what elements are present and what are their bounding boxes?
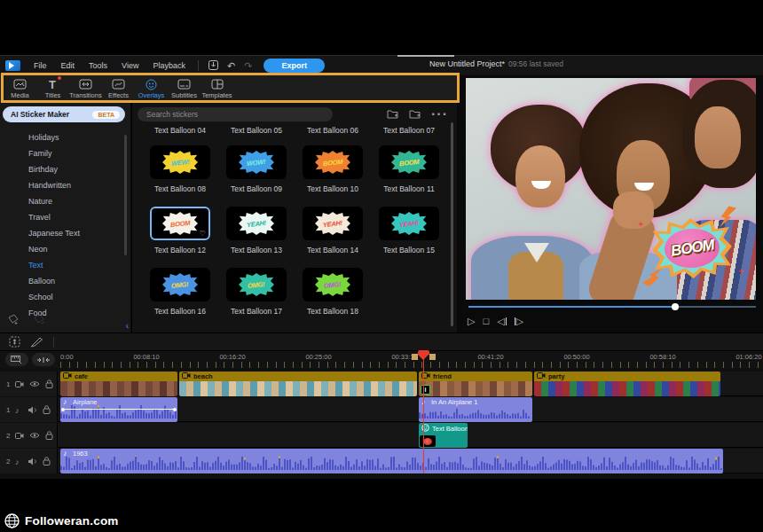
tab-subtitles[interactable]: Subtitles (168, 74, 201, 103)
collapse-panel-icon[interactable]: ‹ (126, 321, 129, 331)
sticker-thumbnail[interactable]: YEAH! (226, 207, 287, 240)
sidebar-item-handwritten[interactable]: Handwritten (0, 177, 131, 193)
sidebar-item-nature[interactable]: Nature (0, 193, 131, 209)
export-button[interactable]: Export (264, 59, 325, 73)
sticker-thumbnail[interactable]: WEW! (150, 145, 210, 179)
previous-frame-button[interactable]: ◁ (497, 315, 506, 327)
undo-icon[interactable]: ↶ (227, 61, 235, 70)
lock-icon[interactable] (43, 405, 51, 414)
lock-icon[interactable] (43, 457, 51, 466)
tab-media[interactable]: ♪Media (4, 74, 36, 103)
sticker-item[interactable]: YEAH!Text Balloon 15 (371, 207, 447, 268)
timeline-clip-airplane[interactable]: ♪Airplane (60, 397, 177, 422)
speaker-icon[interactable] (28, 458, 37, 466)
sidebar-item-balloon[interactable]: Balloon (0, 273, 131, 289)
timeline-clip-cafe[interactable]: cafe (60, 372, 177, 396)
menu-item-edit[interactable]: Edit (54, 61, 83, 70)
timeline-clip-text-balloon-12[interactable]: Text Balloon 12 (419, 423, 468, 448)
sticker-thumbnail[interactable]: OMG! (303, 268, 363, 301)
export-folder-icon[interactable] (409, 106, 421, 122)
tab-titles[interactable]: TTitles (36, 74, 69, 103)
timeline-clip-party[interactable]: party (534, 372, 720, 396)
sticker-item[interactable]: BOOMText Balloon 10 (295, 145, 371, 207)
sticker-item[interactable]: OMG!Text Balloon 16 (142, 268, 218, 329)
sticker-item[interactable]: YEAH!Text Balloon 13 (218, 207, 295, 268)
sidebar-item-text[interactable]: Text (0, 257, 131, 273)
stop-button[interactable]: □ (483, 315, 489, 327)
clip-filmstrip (60, 381, 177, 396)
speaker-icon[interactable] (28, 406, 37, 414)
sticker-item[interactable]: OMG!Text Balloon 18 (295, 268, 371, 329)
sticker-thumbnail[interactable]: WOW! (226, 145, 287, 179)
menu-item-file[interactable]: File (27, 61, 54, 70)
next-frame-button[interactable]: ▷ (515, 315, 523, 327)
menu-item-view[interactable]: View (114, 61, 146, 70)
audio-waveform (419, 404, 532, 422)
timeline-clip-beach[interactable]: beach (179, 372, 417, 396)
sticker-word: BOOM (323, 157, 343, 167)
sticker-item[interactable]: BOOM♡Text Balloon 12 (142, 207, 218, 268)
sticker-thumbnail[interactable]: YEAH! (379, 207, 439, 240)
save-project-icon[interactable] (208, 60, 218, 70)
sidebar-item-holidays[interactable]: Holidays (0, 129, 131, 145)
last-saved-text: 09:56 last saved (508, 59, 563, 68)
sticker-thumbnail[interactable]: OMG! (150, 268, 210, 301)
sidebar-item-travel[interactable]: Travel (0, 209, 131, 225)
sticker-scrollbar[interactable] (451, 122, 453, 326)
sticker-thumbnail[interactable]: OMG! (226, 268, 287, 301)
sidebar-item-japanese-text[interactable]: Japanese Text (0, 225, 131, 241)
sticker-item[interactable]: YEAH!Text Balloon 14 (295, 207, 371, 268)
sticker-word: OMG! (248, 280, 265, 290)
sticker-panel: ··· Text Balloon 04Text Balloon 05Text B… (132, 103, 457, 332)
timeline-clip-friend[interactable]: friendi (419, 372, 532, 396)
tab-templates[interactable]: Templates (201, 74, 233, 103)
sticker-thumbnail[interactable]: BOOM (303, 145, 363, 179)
lock-icon[interactable] (45, 379, 53, 388)
clip-header: cafe (60, 372, 177, 381)
tab-overlays[interactable]: Overlays (135, 74, 168, 103)
timeline-clip-in-an-airplane-1[interactable]: ♪In An Airplane 1 (419, 397, 532, 422)
sidebar-scrollbar[interactable] (124, 135, 127, 255)
sidebar-item-neon[interactable]: Neon (0, 241, 131, 257)
playhead-handle[interactable] (418, 350, 429, 360)
globe-icon (4, 513, 20, 528)
pen-tool-icon[interactable] (30, 336, 44, 348)
import-folder-icon[interactable] (387, 106, 398, 122)
eye-icon[interactable] (29, 380, 40, 387)
sidebar-item-school[interactable]: School (0, 289, 131, 305)
tab-effects[interactable]: Effects (102, 74, 135, 103)
search-input[interactable] (138, 107, 333, 121)
ripple-edit-button[interactable] (32, 353, 55, 366)
lock-icon[interactable] (45, 431, 53, 440)
timeline-clip-1963[interactable]: ♪1963 (60, 449, 723, 473)
video-preview[interactable]: + + BOOM (466, 78, 756, 300)
menu-item-tools[interactable]: Tools (82, 61, 114, 70)
menu-item-playback[interactable]: Playback (146, 61, 193, 70)
favorite-heart-icon[interactable]: ♡ (200, 230, 206, 238)
ai-sticker-maker-button[interactable]: AI Sticker Maker BETA (3, 106, 125, 122)
sticker-item[interactable]: WEW!Text Balloon 08 (142, 145, 218, 207)
sticker-thumbnail[interactable]: YEAH! (303, 207, 363, 240)
volume-envelope-line[interactable] (62, 409, 176, 410)
progress-knob[interactable] (672, 303, 679, 310)
boom-sticker-overlay[interactable]: + + BOOM (641, 208, 743, 290)
sticker-thumbnail[interactable]: BOOM♡ (150, 207, 210, 240)
sidebar-item-birthday[interactable]: Birthday (0, 161, 131, 177)
play-button[interactable]: ▷ (468, 315, 475, 327)
sidebar-item-family[interactable]: Family (0, 145, 131, 161)
remove-sticker-icon[interactable] (33, 313, 46, 329)
sticker-item[interactable]: OMG!Text Balloon 17 (218, 268, 295, 329)
select-tool-icon[interactable] (9, 336, 21, 348)
ruler-settings-button[interactable] (5, 353, 28, 366)
redo-icon[interactable]: ↷ (244, 61, 252, 70)
window-glint (397, 55, 454, 57)
more-options-icon[interactable]: ··· (431, 106, 448, 122)
sticker-item[interactable]: BOOMText Balloon 11 (371, 145, 447, 207)
add-sticker-icon[interactable] (7, 313, 20, 329)
timeline-ruler[interactable]: 0:0000:08:1000:16:2000:25:0000:33:1000:4… (0, 350, 763, 368)
sticker-item[interactable]: WOW!Text Balloon 09 (218, 145, 295, 207)
playback-progress-bar[interactable] (468, 306, 756, 308)
eye-icon[interactable] (29, 432, 40, 439)
tab-transitions[interactable]: Transitions (69, 74, 102, 103)
sticker-thumbnail[interactable]: BOOM (379, 145, 439, 179)
